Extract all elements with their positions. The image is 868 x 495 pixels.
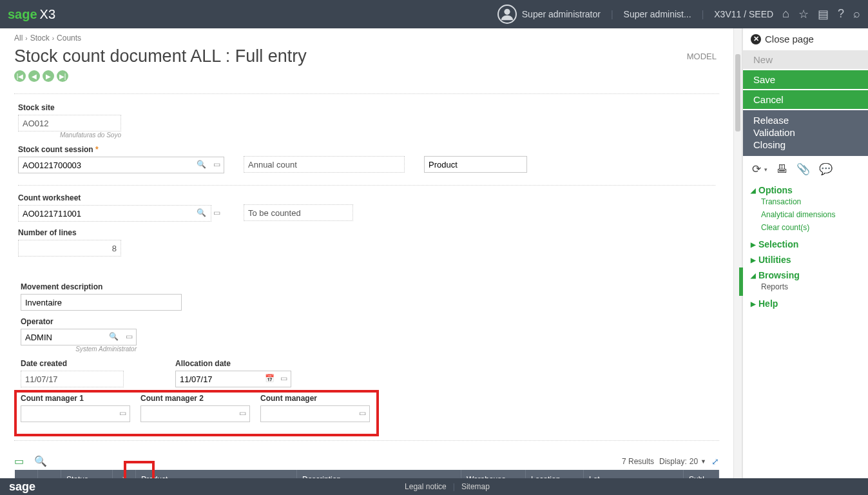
- utilities-header[interactable]: ▶Utilities: [751, 255, 860, 265]
- print-icon[interactable]: 🖶: [776, 163, 787, 176]
- save-button[interactable]: Save: [743, 70, 868, 89]
- counts-table: Status * Product Description Warehouse L…: [14, 470, 719, 478]
- scrollbar[interactable]: [733, 28, 742, 478]
- release-action[interactable]: Release: [753, 114, 858, 126]
- new-button: New: [743, 50, 868, 69]
- movement-input[interactable]: [21, 294, 182, 311]
- lookup-icon[interactable]: 🔍: [197, 160, 206, 169]
- col-status[interactable]: Status: [61, 470, 113, 478]
- close-icon: ✕: [751, 34, 761, 44]
- product-input[interactable]: [424, 156, 527, 173]
- card-icon[interactable]: ▭: [126, 332, 133, 341]
- home-icon[interactable]: ⌂: [782, 7, 789, 21]
- closing-action[interactable]: Closing: [753, 139, 858, 151]
- col-subl[interactable]: Subl.: [684, 470, 719, 478]
- lookup-icon[interactable]: 🔍: [197, 208, 206, 217]
- col-star[interactable]: *: [113, 470, 136, 478]
- nav-next-icon[interactable]: ▶: [43, 70, 54, 82]
- validation-action[interactable]: Validation: [753, 126, 858, 139]
- operator-input[interactable]: [21, 329, 137, 345]
- card-icon[interactable]: ▭: [359, 409, 366, 418]
- col-rownum: [15, 470, 38, 478]
- refresh-icon[interactable]: ⟳: [752, 162, 761, 176]
- attach-icon[interactable]: 📎: [796, 162, 810, 176]
- breadcrumb: All› Stock› Counts: [14, 34, 719, 43]
- col-product[interactable]: Product: [136, 470, 297, 478]
- nav-first-icon[interactable]: |◀: [14, 70, 26, 82]
- footer-sitemap[interactable]: Sitemap: [461, 482, 490, 491]
- star-icon[interactable]: ☆: [798, 7, 809, 21]
- tobecounted-input: [244, 204, 353, 221]
- help-header[interactable]: ▶Help: [751, 298, 860, 309]
- breadcrumb-all[interactable]: All: [14, 34, 23, 43]
- panel-icon[interactable]: ▤: [818, 7, 829, 21]
- cm3-input[interactable]: [260, 405, 370, 422]
- numlines-input: [18, 240, 121, 257]
- date-created-input: [21, 371, 124, 387]
- browsing-reports[interactable]: Reports: [751, 280, 860, 293]
- card-icon[interactable]: ▭: [213, 208, 220, 217]
- date-created-label: Date created: [21, 359, 124, 368]
- user-short[interactable]: Super administ...: [624, 9, 691, 19]
- expand-icon[interactable]: ⤢: [711, 456, 719, 467]
- card-icon[interactable]: ▭: [280, 374, 287, 383]
- cm2-input[interactable]: [140, 405, 250, 422]
- stock-site-input[interactable]: [18, 115, 121, 131]
- calendar-icon[interactable]: 📅: [265, 374, 275, 383]
- close-page-button[interactable]: ✕ Close page: [743, 28, 868, 50]
- cm1-input[interactable]: [21, 405, 130, 422]
- card-icon[interactable]: ▭: [239, 409, 246, 418]
- session-input[interactable]: [18, 157, 224, 173]
- cm1-label: Count manager 1: [21, 394, 130, 403]
- worksheet-label: Count worksheet: [18, 193, 224, 202]
- stock-site-hint: Manufaturas do Soyo: [18, 131, 121, 139]
- footer-legal[interactable]: Legal notice: [405, 482, 447, 491]
- card-icon[interactable]: ▭: [119, 409, 126, 418]
- nav-prev-icon[interactable]: ◀: [28, 70, 40, 82]
- display-value[interactable]: 20: [690, 457, 698, 466]
- opt-clear[interactable]: Clear count(s): [751, 221, 860, 234]
- breadcrumb-stock[interactable]: Stock: [30, 34, 50, 43]
- annual-count-input: [244, 156, 405, 173]
- cancel-button[interactable]: Cancel: [743, 90, 868, 109]
- lookup-icon[interactable]: 🔍: [109, 332, 119, 341]
- model-label: MODEL: [687, 52, 717, 61]
- action-block: Release Validation Closing: [743, 110, 868, 156]
- browsing-header[interactable]: ◢Browsing: [751, 270, 860, 280]
- card-icon[interactable]: ▭: [213, 160, 220, 169]
- logo-sage: sage: [8, 7, 37, 22]
- session-label: Stock count session *: [18, 145, 224, 154]
- table-toolbar: ▭ 🔍 7 Results Display: 20 ▼ ⤢: [14, 452, 719, 470]
- main-content: All› Stock› Counts Stock count document …: [0, 28, 733, 478]
- opt-analytical[interactable]: Analytical dimensions: [751, 208, 860, 221]
- col-location[interactable]: Location: [526, 470, 584, 478]
- col-lot[interactable]: Lot: [584, 470, 684, 478]
- logo-x3: X3: [40, 7, 55, 22]
- opt-transaction[interactable]: Transaction: [751, 195, 860, 208]
- search-icon[interactable]: ⌕: [853, 7, 860, 21]
- comment-icon[interactable]: 💬: [819, 162, 833, 176]
- user-role[interactable]: Super administrator: [522, 9, 601, 19]
- worksheet-input[interactable]: [18, 205, 211, 222]
- utilities-section: ▶Utilities: [743, 252, 868, 267]
- col-rowicon: [38, 470, 61, 478]
- options-header[interactable]: ◢Options: [751, 185, 860, 195]
- help-section: ▶Help: [743, 296, 868, 311]
- selection-header[interactable]: ▶Selection: [751, 239, 860, 249]
- help-icon[interactable]: ?: [838, 7, 844, 21]
- nav-last-icon[interactable]: ▶|: [57, 70, 68, 82]
- options-section: ◢Options Transaction Analytical dimensio…: [743, 182, 868, 237]
- card-view-icon[interactable]: ▭: [14, 455, 24, 467]
- display-label: Display:: [659, 457, 687, 466]
- table-search-icon[interactable]: 🔍: [34, 455, 47, 467]
- results-count: 7 Results: [622, 457, 654, 466]
- col-warehouse[interactable]: Warehouse: [461, 470, 526, 478]
- env-label[interactable]: X3V11 / SEED: [714, 9, 773, 19]
- footer: sage Legal notice | Sitemap: [0, 478, 868, 495]
- breadcrumb-counts[interactable]: Counts: [57, 34, 81, 43]
- page-title: Stock count document ALL : Full entry: [14, 46, 719, 66]
- col-description[interactable]: Description: [297, 470, 461, 478]
- avatar-icon[interactable]: [497, 5, 517, 24]
- chevron-down-icon[interactable]: ▼: [700, 458, 706, 465]
- footer-logo: sage: [9, 480, 35, 494]
